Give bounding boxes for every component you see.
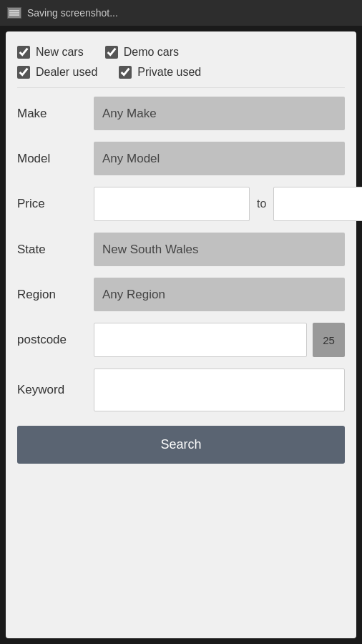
dealer-used-label: Dealer used (36, 66, 97, 79)
dealer-used-checkbox-item[interactable]: Dealer used (17, 66, 97, 79)
region-select[interactable]: Any Region (94, 278, 345, 311)
model-label: Model (17, 152, 85, 166)
postcode-label: postcode (17, 333, 85, 347)
region-label: Region (17, 288, 85, 302)
region-row: Region Any Region (17, 278, 345, 311)
price-from-input[interactable] (94, 187, 250, 221)
model-select[interactable]: Any Model (94, 142, 345, 175)
make-row: Make Any Make (17, 97, 345, 130)
make-label: Make (17, 107, 85, 121)
title-bar-text: Saving screenshot... (27, 7, 118, 19)
price-to-input[interactable] (273, 187, 362, 221)
search-button[interactable]: Search (17, 426, 345, 464)
divider-1 (17, 87, 345, 88)
postcode-button[interactable]: 25 (313, 323, 345, 357)
checkbox-row-1: New cars Demo cars (17, 46, 345, 59)
postcode-input[interactable] (94, 323, 307, 357)
new-cars-label: New cars (36, 46, 84, 59)
demo-cars-checkbox-item[interactable]: Demo cars (105, 46, 179, 59)
price-inputs: to (94, 187, 362, 221)
state-label: State (17, 243, 85, 257)
demo-cars-label: Demo cars (124, 46, 179, 59)
main-form: New cars Demo cars Dealer used Private u… (6, 31, 356, 638)
postcode-row: postcode 25 (17, 323, 345, 357)
price-to-text: to (257, 197, 266, 210)
model-row: Model Any Model (17, 142, 345, 175)
new-cars-checkbox-item[interactable]: New cars (17, 46, 84, 59)
private-used-label: Private used (137, 66, 201, 79)
dealer-used-checkbox[interactable] (17, 66, 30, 79)
new-cars-checkbox[interactable] (17, 46, 30, 59)
keyword-label: Keyword (17, 383, 85, 397)
keyword-row: Keyword (17, 369, 345, 411)
demo-cars-checkbox[interactable] (105, 46, 118, 59)
window-icon (7, 7, 21, 19)
private-used-checkbox-item[interactable]: Private used (119, 66, 201, 79)
keyword-input[interactable] (94, 369, 345, 411)
state-select[interactable]: New South Wales (94, 233, 345, 266)
private-used-checkbox[interactable] (119, 66, 132, 79)
postcode-group: 25 (94, 323, 345, 357)
make-select[interactable]: Any Make (94, 97, 345, 130)
title-bar: Saving screenshot... (0, 0, 362, 26)
checkbox-row-2: Dealer used Private used (17, 66, 345, 79)
state-row: State New South Wales (17, 233, 345, 266)
price-row: Price to (17, 187, 345, 221)
price-label: Price (17, 197, 85, 211)
